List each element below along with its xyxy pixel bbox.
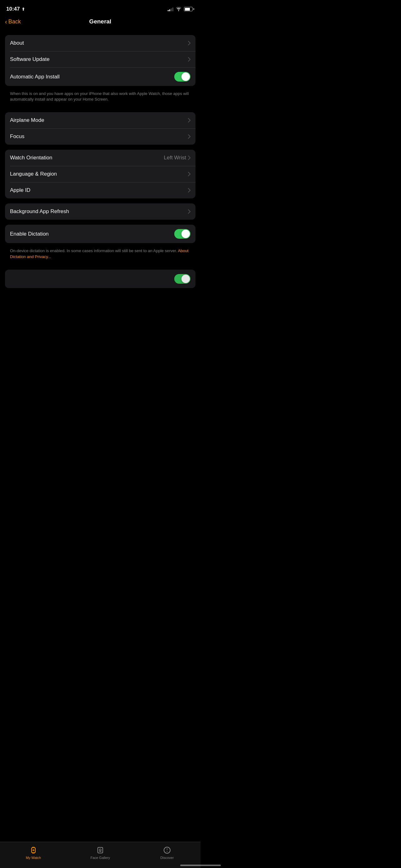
automatic-app-install-row[interactable]: Automatic App Install [5, 67, 196, 86]
language-region-row[interactable]: Language & Region [5, 166, 196, 182]
focus-right [188, 134, 191, 139]
focus-row[interactable]: Focus [5, 128, 196, 145]
signal-bar-4 [172, 7, 173, 11]
about-row[interactable]: About [5, 35, 196, 51]
chevron-right-icon [188, 209, 191, 214]
software-update-row[interactable]: Software Update [5, 51, 196, 67]
section-5: Enable Dictation [5, 225, 196, 243]
back-button[interactable]: ‹ Back [5, 18, 21, 25]
partial-row[interactable] [5, 270, 196, 288]
apple-id-row[interactable]: Apple ID [5, 182, 196, 198]
about-right [188, 41, 191, 45]
apple-id-right [188, 188, 191, 192]
language-region-label: Language & Region [10, 171, 57, 177]
back-label[interactable]: Back [8, 19, 21, 25]
chevron-right-icon [188, 188, 191, 192]
chevron-right-icon [188, 134, 191, 139]
chevron-left-icon: ‹ [5, 18, 7, 25]
signal-bar-1 [168, 10, 169, 11]
chevron-right-icon [188, 118, 191, 122]
section-4: Background App Refresh [5, 204, 196, 220]
signal-bar-3 [171, 8, 172, 11]
enable-dictation-helper: On-device dictation is enabled. In some … [5, 246, 196, 264]
software-update-label: Software Update [10, 56, 49, 62]
airplane-mode-label: Airplane Mode [10, 117, 44, 123]
watch-orientation-row[interactable]: Watch Orientation Left Wrist [5, 150, 196, 166]
chevron-right-icon [188, 57, 191, 62]
enable-dictation-label: Enable Dictation [10, 231, 49, 237]
automatic-app-install-helper: When this is on and you have apps on you… [5, 88, 196, 107]
time-label: 10:47 [6, 6, 20, 12]
background-app-refresh-right [188, 209, 191, 214]
battery-icon [184, 7, 194, 11]
automatic-app-install-toggle[interactable] [174, 72, 191, 82]
toggle-knob [181, 230, 190, 238]
signal-icon [168, 7, 173, 11]
airplane-mode-row[interactable]: Airplane Mode [5, 112, 196, 128]
software-update-right [188, 57, 191, 62]
enable-dictation-toggle[interactable] [174, 229, 191, 239]
chevron-right-icon [188, 172, 191, 176]
nav-bar: ‹ Back General [0, 16, 201, 30]
language-region-right [188, 172, 191, 176]
about-label: About [10, 40, 24, 46]
chevron-right-icon [188, 41, 191, 45]
toggle-knob [181, 72, 190, 81]
background-app-refresh-label: Background App Refresh [10, 208, 69, 215]
partial-toggle[interactable] [174, 274, 191, 284]
background-app-refresh-row[interactable]: Background App Refresh [5, 204, 196, 220]
section-1: About Software Update Automatic App Inst… [5, 35, 196, 86]
page-title: General [89, 18, 111, 25]
airplane-mode-right [188, 118, 191, 122]
section-6-partial [5, 270, 196, 288]
signal-bar-2 [169, 9, 170, 11]
watch-orientation-value: Left Wrist [164, 155, 186, 161]
location-arrow-icon: ⬆ [22, 7, 25, 11]
section-3: Watch Orientation Left Wrist Language & … [5, 150, 196, 198]
automatic-app-install-label: Automatic App Install [10, 74, 60, 80]
apple-id-label: Apple ID [10, 187, 30, 193]
focus-label: Focus [10, 133, 24, 140]
section-2: Airplane Mode Focus [5, 112, 196, 145]
watch-orientation-label: Watch Orientation [10, 155, 52, 161]
status-time: 10:47 ⬆ [6, 6, 25, 12]
enable-dictation-row[interactable]: Enable Dictation [5, 225, 196, 243]
dictation-privacy-link[interactable]: About Dictation and Privacy... [10, 248, 189, 259]
toggle-knob [181, 275, 190, 283]
chevron-right-icon [188, 156, 191, 160]
status-bar: 10:47 ⬆ [0, 0, 201, 16]
content: About Software Update Automatic App Inst… [0, 30, 201, 322]
watch-orientation-right: Left Wrist [164, 155, 191, 161]
status-icons [168, 7, 194, 11]
wifi-icon [176, 7, 181, 11]
